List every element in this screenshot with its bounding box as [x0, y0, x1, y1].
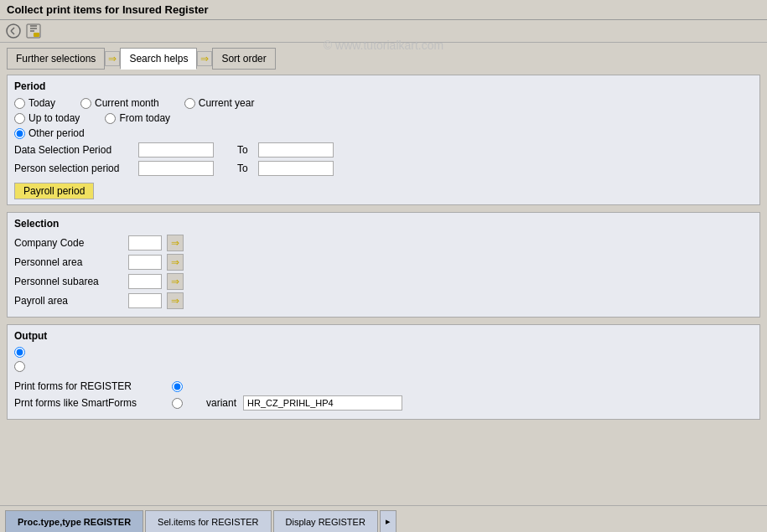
prnt-forms-radio[interactable]	[172, 398, 183, 409]
payroll-area-arrow-btn[interactable]: ⇒	[167, 292, 184, 309]
bottom-tabs: Proc.type,type REGISTER Sel.items for RE…	[0, 505, 767, 532]
print-forms-radio-label[interactable]	[172, 381, 183, 392]
person-selection-from[interactable]	[138, 161, 214, 176]
print-forms-label: Print forms for REGISTER	[14, 380, 165, 392]
tab-further-selections[interactable]: Further selections	[7, 48, 105, 70]
bottom-tab-more[interactable]: ▸	[380, 510, 396, 532]
output-radio1-row	[14, 347, 753, 358]
output-radio1[interactable]	[14, 347, 25, 358]
radio-from-today[interactable]	[105, 113, 116, 124]
tabs-row: Further selections ⇒ Search helps ⇒ Sort…	[7, 48, 760, 70]
period-title: Period	[14, 80, 753, 92]
back-icon[interactable]	[5, 23, 22, 39]
to-label-1: To	[237, 144, 248, 156]
radio-current-year[interactable]	[184, 98, 195, 109]
output-radio2[interactable]	[14, 361, 25, 372]
output-radio1-label[interactable]	[14, 347, 25, 358]
prnt-forms-row: Prnt forms like SmartForms variant	[14, 395, 753, 411]
personnel-area-arrow-btn[interactable]: ⇒	[167, 254, 184, 271]
tab-search-helps[interactable]: Search helps	[120, 48, 197, 70]
personnel-area-row: Personnel area ⇒	[14, 254, 753, 271]
radio-today-label[interactable]: Today	[14, 97, 55, 109]
output-radio2-label[interactable]	[14, 361, 25, 372]
personnel-area-label: Personnel area	[14, 256, 123, 268]
title-text: Collect print items for Insured Register	[7, 3, 209, 16]
radio-current-month-label[interactable]: Current month	[80, 97, 159, 109]
to-label-2: To	[237, 163, 248, 174]
personnel-area-input[interactable]	[128, 255, 162, 270]
radio-up-to-today[interactable]	[14, 113, 25, 124]
data-selection-from[interactable]	[138, 142, 214, 158]
payroll-area-row: Payroll area ⇒	[14, 292, 753, 309]
radio-up-to-today-label[interactable]: Up to today	[14, 112, 80, 124]
output-radio2-row	[14, 361, 753, 372]
period-row3: Other period	[14, 127, 753, 139]
svg-rect-2	[34, 33, 39, 37]
personnel-subarea-input[interactable]	[128, 274, 162, 289]
radio-other-period-label[interactable]: Other period	[14, 127, 85, 139]
period-row1: Today Current month Current year	[14, 97, 753, 109]
tab-sort-order[interactable]: Sort order	[212, 48, 275, 70]
title-bar: Collect print items for Insured Register	[0, 0, 767, 20]
print-forms-row: Print forms for REGISTER	[14, 380, 753, 392]
svg-point-0	[7, 24, 20, 38]
bottom-tab-sel-items[interactable]: Sel.items for REGISTER	[145, 510, 271, 532]
radio-current-month[interactable]	[80, 98, 91, 109]
bottom-tab-display[interactable]: Display REGISTER	[273, 510, 378, 532]
person-selection-to[interactable]	[258, 161, 334, 176]
personnel-subarea-arrow-btn[interactable]: ⇒	[167, 273, 184, 290]
data-selection-row: Data Selection Period To	[14, 142, 753, 158]
print-forms-radio[interactable]	[172, 381, 183, 392]
radio-from-today-label[interactable]: From today	[105, 112, 170, 124]
radio-today[interactable]	[14, 98, 25, 109]
payroll-area-input[interactable]	[128, 293, 162, 308]
payroll-period-button[interactable]: Payroll period	[14, 183, 94, 199]
output-section: Output Print forms for REGISTER Prnt for…	[7, 324, 760, 420]
person-selection-row: Person selection period To	[14, 161, 753, 176]
data-selection-to[interactable]	[258, 142, 334, 158]
person-selection-label: Person selection period	[14, 163, 132, 174]
radio-current-year-label[interactable]: Current year	[184, 97, 255, 109]
personnel-subarea-label: Personnel subarea	[14, 276, 123, 287]
toolbar	[0, 20, 767, 43]
selection-title: Selection	[14, 218, 753, 230]
period-row2: Up to today From today	[14, 112, 753, 124]
prnt-forms-label: Prnt forms like SmartForms	[14, 397, 165, 409]
further-selections-arrow[interactable]: ⇒	[105, 51, 120, 66]
prnt-forms-radio-label[interactable]	[172, 398, 183, 409]
personnel-subarea-row: Personnel subarea ⇒	[14, 273, 753, 290]
data-selection-label: Data Selection Period	[14, 144, 132, 156]
payroll-area-label: Payroll area	[14, 295, 123, 307]
main-content: Further selections ⇒ Search helps ⇒ Sort…	[0, 43, 767, 431]
variant-label: variant	[206, 397, 236, 409]
period-section: Period Today Current month Current year …	[7, 75, 760, 205]
radio-other-period[interactable]	[14, 128, 25, 139]
variant-input[interactable]	[243, 395, 402, 411]
bottom-tab-proc-type[interactable]: Proc.type,type REGISTER	[5, 510, 143, 532]
execute-icon[interactable]	[25, 23, 42, 39]
company-code-label: Company Code	[14, 237, 123, 249]
company-code-input[interactable]	[128, 235, 162, 251]
output-title: Output	[14, 330, 753, 342]
company-code-row: Company Code ⇒	[14, 235, 753, 251]
selection-section: Selection Company Code ⇒ Personnel area …	[7, 212, 760, 318]
search-helps-arrow[interactable]: ⇒	[197, 51, 212, 66]
company-code-arrow-btn[interactable]: ⇒	[167, 235, 184, 251]
